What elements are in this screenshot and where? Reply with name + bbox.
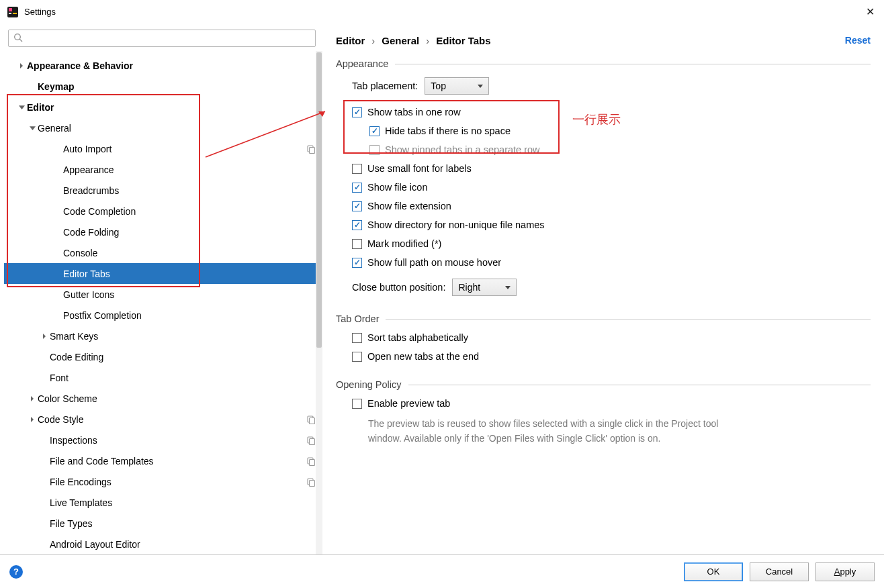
svg-rect-3 — [9, 13, 11, 14]
section-tab-order: Tab Order — [336, 313, 871, 324]
copy-icon[interactable] — [306, 144, 316, 154]
tree-item-label: Keymap — [38, 81, 74, 92]
tree-item-appearance[interactable]: Appearance — [4, 159, 322, 180]
reset-link[interactable]: Reset — [845, 35, 871, 46]
tree-item-auto-import[interactable]: Auto Import — [4, 138, 322, 159]
svg-point-4 — [15, 34, 21, 40]
tree-item-label: Postfix Completion — [63, 310, 142, 321]
crumb-0[interactable]: Editor — [336, 35, 365, 46]
apply-button[interactable]: Apply — [815, 562, 875, 581]
tree-item-smart-keys[interactable]: Smart Keys — [4, 326, 322, 346]
tree-item-font[interactable]: Font — [4, 367, 322, 388]
chk-mark-modified[interactable]: Mark modified (*) — [352, 238, 871, 249]
svg-rect-13 — [310, 459, 315, 465]
expander-icon — [27, 123, 38, 134]
content-panel: Editor › General › Editor Tabs Reset App… — [322, 24, 884, 554]
tree-item-label: Inspections — [50, 435, 97, 446]
cancel-button[interactable]: Cancel — [750, 562, 809, 581]
copy-icon[interactable] — [306, 436, 316, 445]
tree-item-file-types[interactable]: File Types — [4, 513, 322, 534]
chk-sort-alpha[interactable]: Sort tabs alphabetically — [352, 332, 871, 343]
app-icon — [7, 6, 19, 18]
checkbox-icon[interactable] — [352, 220, 362, 230]
tree-item-postfix-completion[interactable]: Postfix Completion — [4, 305, 322, 326]
chk-show-dir-nonunique[interactable]: Show directory for non-unique file names — [352, 219, 871, 230]
settings-tree[interactable]: Appearance & BehaviorKeymapEditorGeneral… — [4, 55, 322, 554]
chk-show-file-ext[interactable]: Show file extension — [352, 201, 871, 211]
tree-item-label: Android Layout Editor — [50, 539, 140, 550]
expander-icon — [16, 60, 27, 71]
copy-icon[interactable] — [306, 456, 316, 466]
copy-icon[interactable] — [306, 477, 316, 487]
checkbox-icon[interactable] — [352, 164, 362, 174]
tree-item-label: Console — [63, 248, 97, 258]
checkbox-icon[interactable] — [352, 399, 362, 409]
tree-item-breadcrumbs[interactable]: Breadcrumbs — [4, 180, 322, 201]
tree-item-general[interactable]: General — [4, 117, 322, 138]
close-icon[interactable]: ✕ — [866, 5, 875, 18]
chk-full-path-hover[interactable]: Show full path on mouse hover — [352, 257, 871, 268]
search-input[interactable] — [8, 30, 316, 47]
help-icon[interactable]: ? — [9, 565, 23, 579]
svg-rect-11 — [310, 438, 315, 444]
tree-item-editor-tabs[interactable]: Editor Tabs — [4, 263, 322, 284]
checkbox-icon[interactable] — [352, 258, 362, 268]
tree-item-editor[interactable]: Editor — [4, 97, 322, 117]
tree-item-label: Code Editing — [50, 352, 103, 362]
tree-item-label: Auto Import — [63, 144, 112, 154]
scrollbar-thumb[interactable] — [316, 52, 322, 348]
chk-open-new-end[interactable]: Open new tabs at the end — [352, 351, 871, 362]
expander-icon — [52, 289, 63, 300]
tree-item-keymap[interactable]: Keymap — [4, 76, 322, 97]
tree-item-inspections[interactable]: Inspections — [4, 430, 322, 450]
checkbox-icon[interactable] — [352, 107, 362, 117]
tree-item-gutter-icons[interactable]: Gutter Icons — [4, 284, 322, 305]
tree-item-label: Font — [50, 373, 69, 383]
chk-show-file-icon[interactable]: Show file icon — [352, 182, 871, 193]
expander-icon — [52, 185, 63, 196]
section-title-opening-policy: Opening Policy — [336, 379, 402, 390]
chevron-right-icon: › — [371, 35, 375, 46]
expander-icon — [52, 144, 63, 154]
checkbox-icon[interactable] — [369, 126, 380, 136]
ok-button[interactable]: OK — [684, 562, 743, 581]
breadcrumb: Editor › General › Editor Tabs — [336, 35, 871, 46]
tree-item-file-encodings[interactable]: File Encodings — [4, 471, 322, 492]
expander-icon — [52, 227, 63, 238]
copy-icon[interactable] — [306, 415, 316, 424]
checkbox-icon[interactable] — [352, 333, 362, 343]
window-title: Settings — [24, 7, 56, 17]
tree-item-label: Smart Keys — [50, 331, 98, 342]
checkbox-icon[interactable] — [352, 183, 362, 193]
tree-item-label: Color Scheme — [38, 393, 97, 404]
annotation-text: 一行展示 — [572, 111, 621, 128]
tree-item-appearance-behavior[interactable]: Appearance & Behavior — [4, 55, 322, 76]
chk-use-small-font[interactable]: Use small font for labels — [352, 163, 871, 174]
close-button-select[interactable]: Right — [452, 279, 517, 296]
expander-icon — [52, 164, 63, 175]
chk-enable-preview[interactable]: Enable preview tab — [352, 398, 871, 409]
svg-rect-7 — [310, 147, 315, 153]
tree-item-code-completion[interactable]: Code Completion — [4, 201, 322, 222]
sidebar-scrollbar[interactable] — [316, 51, 322, 575]
tree-item-code-editing[interactable]: Code Editing — [4, 346, 322, 367]
checkbox-icon[interactable] — [352, 352, 362, 362]
footer: ? OK Cancel Apply — [0, 554, 884, 588]
tree-item-file-and-code-templates[interactable]: File and Code Templates — [4, 450, 322, 471]
tree-item-color-scheme[interactable]: Color Scheme — [4, 388, 322, 409]
checkbox-icon[interactable] — [352, 201, 362, 211]
tree-item-code-folding[interactable]: Code Folding — [4, 222, 322, 242]
expander-icon — [39, 539, 50, 550]
tree-item-label: Code Completion — [63, 206, 136, 217]
expander-icon — [39, 352, 50, 362]
crumb-2: Editor Tabs — [436, 35, 490, 46]
checkbox-icon[interactable] — [352, 239, 362, 249]
tree-item-live-templates[interactable]: Live Templates — [4, 492, 322, 513]
tree-item-label: General — [38, 123, 71, 134]
crumb-1[interactable]: General — [382, 35, 419, 46]
tree-item-android-layout-editor[interactable]: Android Layout Editor — [4, 534, 322, 554]
tree-item-console[interactable]: Console — [4, 242, 322, 263]
tree-item-code-style[interactable]: Code Style — [4, 409, 322, 430]
expander-icon — [39, 518, 50, 529]
tab-placement-select[interactable]: Top — [425, 77, 489, 95]
